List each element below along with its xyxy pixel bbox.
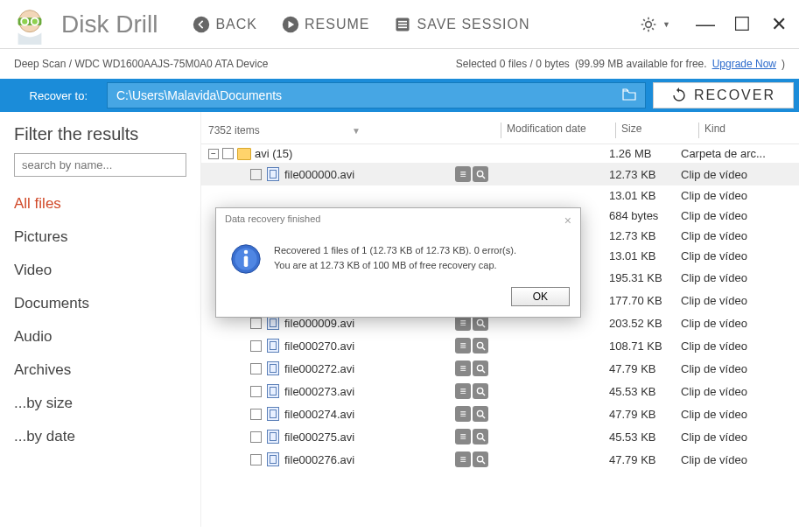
file-checkbox[interactable] — [250, 454, 262, 466]
filter-item[interactable]: Documents — [14, 287, 186, 320]
preview-action-icon[interactable] — [473, 360, 488, 376]
preview-action-icon[interactable] — [473, 383, 488, 399]
filter-item[interactable]: Audio — [14, 320, 186, 354]
filter-item[interactable]: ...by date — [14, 420, 186, 453]
rotate-icon — [671, 88, 687, 103]
filter-list: All filesPicturesVideoDocumentsAudioArch… — [14, 187, 186, 453]
column-size[interactable]: Size — [621, 122, 693, 138]
recovery-finished-dialog: Data recovery finished × Recovered 1 fil… — [215, 207, 581, 318]
file-row[interactable]: file000270.avi≡108.71 KBClip de vídeo — [201, 334, 799, 357]
file-checkbox[interactable] — [250, 318, 262, 329]
svg-point-4 — [193, 16, 209, 32]
browse-folder-icon[interactable] — [622, 88, 636, 103]
svg-point-2 — [21, 18, 28, 24]
resume-button[interactable]: RESUME — [282, 16, 369, 33]
file-size: 13.01 KB — [609, 249, 681, 262]
expander-icon[interactable]: − — [208, 149, 219, 159]
minimize-button[interactable]: — — [694, 13, 717, 36]
list-action-icon[interactable]: ≡ — [455, 338, 471, 354]
save-session-button[interactable]: SAVE SESSION — [394, 16, 529, 33]
file-kind: Clip de vídeo — [681, 229, 777, 242]
svg-point-29 — [477, 456, 482, 461]
window-controls: — ☐ ✕ — [694, 13, 790, 36]
file-icon — [267, 452, 279, 466]
preview-action-icon[interactable] — [473, 338, 488, 354]
file-checkbox[interactable] — [250, 409, 262, 420]
play-icon — [282, 16, 299, 33]
list-action-icon[interactable]: ≡ — [455, 406, 471, 422]
file-kind: Clip de vídeo — [681, 340, 777, 353]
dialog-ok-button[interactable]: OK — [511, 287, 570, 306]
dialog-close-button[interactable]: × — [564, 214, 571, 228]
svg-line-28 — [482, 438, 485, 441]
column-modification[interactable]: Modification date — [507, 122, 610, 138]
file-size: 13.01 KB — [609, 189, 681, 202]
folder-icon — [237, 148, 251, 160]
file-size: 108.71 KB — [609, 340, 681, 353]
file-checkbox[interactable] — [250, 340, 262, 352]
svg-point-33 — [244, 250, 249, 255]
file-kind: Clip de vídeo — [681, 271, 777, 284]
svg-line-30 — [482, 461, 485, 464]
recover-path-input[interactable] — [116, 88, 622, 102]
folder-checkbox[interactable] — [222, 148, 234, 159]
recover-path-wrap — [107, 82, 646, 108]
settings-button[interactable]: ▼ — [640, 16, 671, 33]
back-button[interactable]: BACK — [193, 16, 257, 33]
svg-line-20 — [482, 347, 485, 350]
preview-action-icon[interactable] — [473, 166, 488, 182]
list-action-icon[interactable]: ≡ — [455, 166, 471, 182]
dialog-footer: OK — [216, 282, 580, 317]
file-checkbox[interactable] — [250, 386, 262, 397]
filter-item[interactable]: Archives — [14, 354, 186, 387]
column-items[interactable]: 7352 items▼ — [208, 122, 495, 138]
filter-item[interactable]: All files — [14, 187, 186, 220]
search-input[interactable] — [14, 153, 186, 177]
column-kind[interactable]: Kind — [704, 122, 792, 138]
dropdown-caret-icon: ▼ — [662, 20, 671, 29]
file-size: 47.79 KB — [609, 408, 681, 421]
recover-bar: Recover to: RECOVER — [0, 79, 799, 112]
file-row[interactable]: file000273.avi≡45.53 KBClip de vídeo — [201, 380, 799, 402]
filter-item[interactable]: Pictures — [14, 220, 186, 254]
list-action-icon[interactable]: ≡ — [455, 360, 471, 376]
file-icon — [267, 339, 279, 353]
file-name: file000275.avi — [284, 430, 354, 444]
list-action-icon[interactable]: ≡ — [455, 383, 471, 399]
sidebar: Filter the results All filesPicturesVide… — [0, 112, 201, 527]
close-button[interactable]: ✕ — [767, 13, 790, 36]
upgrade-link[interactable]: Upgrade Now — [712, 58, 776, 70]
dialog-message: Recovered 1 files of 1 (12.73 KB of 12.7… — [274, 243, 516, 275]
file-kind: Clip de vídeo — [681, 249, 777, 262]
file-row[interactable]: file000000.avi≡12.73 KBClip de vídeo — [201, 163, 799, 186]
filter-item[interactable]: ...by size — [14, 387, 186, 420]
dialog-titlebar: Data recovery finished × — [216, 208, 580, 233]
list-action-icon[interactable]: ≡ — [455, 452, 471, 467]
filter-item[interactable]: Video — [14, 254, 186, 287]
file-row[interactable]: file000275.avi≡45.53 KBClip de vídeo — [201, 425, 799, 448]
folder-row[interactable]: − avi (15) 1.26 MB Carpeta de arc... — [201, 144, 799, 163]
scan-path: Deep Scan / WDC WD1600AAJS-75M0A0 ATA De… — [14, 58, 268, 70]
folder-kind: Carpeta de arc... — [681, 147, 777, 160]
recover-to-label: Recover to: — [0, 89, 105, 102]
preview-action-icon[interactable] — [473, 406, 488, 422]
file-row[interactable]: file000276.avi≡47.79 KBClip de vídeo — [201, 448, 799, 471]
file-checkbox[interactable] — [250, 431, 262, 443]
svg-point-21 — [477, 365, 482, 370]
toolbar: BACK RESUME SAVE SESSION ▼ — [193, 16, 676, 33]
file-checkbox[interactable] — [250, 363, 262, 374]
maximize-button[interactable]: ☐ — [731, 13, 753, 36]
preview-action-icon[interactable] — [473, 452, 488, 467]
file-row[interactable]: 13.01 KBClip de vídeo — [201, 186, 799, 206]
app-logo — [9, 4, 51, 46]
file-name: file000009.avi — [284, 317, 354, 330]
preview-action-icon[interactable] — [473, 429, 488, 444]
recover-button[interactable]: RECOVER — [653, 82, 794, 108]
file-row[interactable]: file000274.avi≡47.79 KBClip de vídeo — [201, 402, 799, 425]
file-row[interactable]: file000272.avi≡47.79 KBClip de vídeo — [201, 357, 799, 380]
folder-size: 1.26 MB — [609, 147, 681, 160]
file-checkbox[interactable] — [250, 169, 262, 180]
list-action-icon[interactable]: ≡ — [455, 429, 471, 444]
file-kind: Clip de vídeo — [681, 385, 777, 398]
file-name: file000272.avi — [284, 362, 354, 375]
